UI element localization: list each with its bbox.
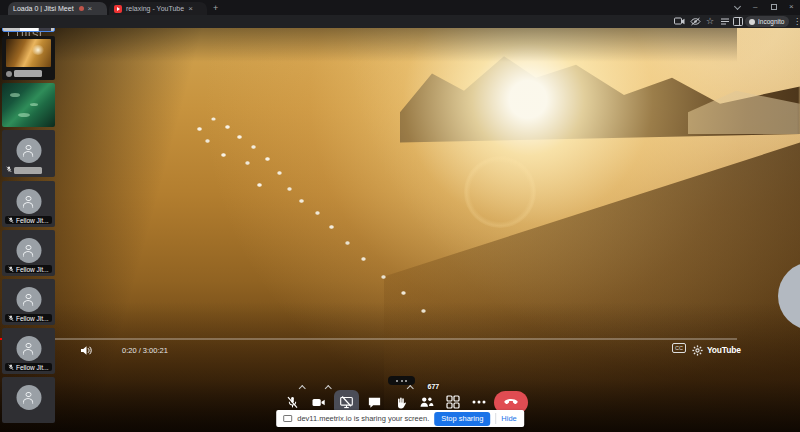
lens-flare bbox=[464, 156, 536, 228]
time-display: 0:20 / 3:00:21 bbox=[122, 343, 168, 357]
participant-name: Fellow Jit... bbox=[16, 364, 49, 371]
shared-screen-video[interactable]: Relaxing Sleep Music • Deep Sleeping Mus… bbox=[0, 0, 737, 358]
tab-title: relaxing - YouTube bbox=[126, 5, 184, 12]
notification-divider bbox=[495, 413, 496, 424]
browser-titlebar: Loada 0 | Jitsi Meet × relaxing - YouTub… bbox=[0, 0, 800, 15]
side-panel-icon[interactable] bbox=[733, 17, 745, 26]
avatar bbox=[16, 385, 41, 410]
hide-link[interactable]: Hide bbox=[501, 414, 516, 423]
participant-tile[interactable] bbox=[2, 377, 55, 423]
tab-close-icon[interactable]: × bbox=[188, 5, 193, 13]
muted-mic-icon bbox=[8, 364, 14, 371]
bookmark-star-icon[interactable]: ☆ bbox=[706, 17, 718, 26]
participants-filmstrip: Fellow Jit... Fellow Jit... Fellow Jit..… bbox=[0, 358, 63, 432]
tab-jitsi-meet[interactable]: Loada 0 | Jitsi Meet × bbox=[8, 2, 107, 15]
settings-gear-icon[interactable] bbox=[692, 343, 703, 357]
reading-list-icon[interactable] bbox=[720, 17, 732, 26]
screen: Loada 0 | Jitsi Meet × relaxing - YouTub… bbox=[0, 0, 800, 432]
hangup-phone-icon bbox=[503, 398, 519, 406]
window-minimize-button[interactable]: – bbox=[753, 2, 757, 12]
tab-title: Loada 0 | Jitsi Meet bbox=[13, 5, 74, 12]
tile-name-label: Fellow Jit... bbox=[5, 363, 52, 371]
speaker-icon bbox=[80, 345, 93, 356]
youtube-favicon bbox=[114, 5, 122, 13]
window-maximize-button[interactable] bbox=[771, 4, 777, 10]
tab-youtube[interactable]: relaxing - YouTube × bbox=[109, 2, 207, 15]
browser-menu-icon[interactable]: ⋮ bbox=[793, 16, 800, 28]
youtube-logo: YouTube bbox=[707, 343, 737, 357]
window-close-button[interactable]: × bbox=[789, 2, 794, 12]
incognito-label: Incognito bbox=[758, 18, 784, 25]
participants-count-badge: 677 bbox=[428, 383, 440, 390]
incognito-icon bbox=[749, 19, 755, 25]
tab-sharing-icon[interactable] bbox=[674, 17, 686, 26]
avatar bbox=[16, 358, 41, 361]
notification-collapse-pill[interactable] bbox=[388, 376, 415, 385]
youtube-progress-track[interactable] bbox=[0, 338, 737, 340]
participant-tile[interactable]: Fellow Jit... bbox=[2, 358, 55, 374]
volume-button[interactable] bbox=[80, 343, 93, 357]
window-chevron-icon[interactable] bbox=[734, 3, 741, 10]
sharing-message: dev11.meetrix.io is sharing your screen. bbox=[297, 414, 429, 423]
screen-sharing-notification: dev11.meetrix.io is sharing your screen.… bbox=[276, 410, 524, 427]
incognito-badge: Incognito bbox=[745, 16, 789, 27]
captions-button[interactable]: CC bbox=[672, 343, 686, 353]
stop-sharing-button[interactable]: Stop sharing bbox=[434, 412, 490, 426]
screen-icon bbox=[283, 415, 292, 422]
tab-close-icon[interactable]: × bbox=[88, 5, 93, 13]
eye-blocked-icon[interactable] bbox=[690, 17, 702, 26]
recording-dot-icon bbox=[79, 6, 84, 11]
new-tab-button[interactable]: + bbox=[213, 3, 218, 13]
